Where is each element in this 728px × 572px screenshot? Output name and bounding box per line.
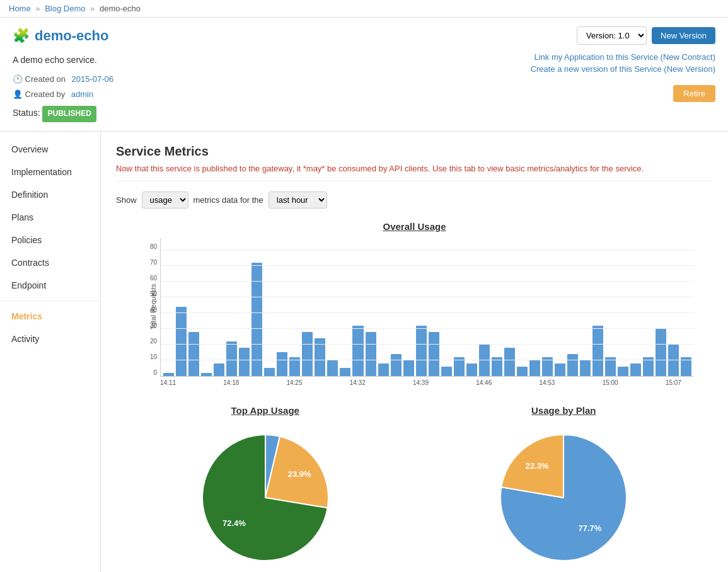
service-description: A demo echo service.: [13, 52, 113, 68]
version-select[interactable]: Version: 1.0: [577, 26, 647, 45]
bar: [327, 360, 338, 376]
top-app-chart: Top App Usage 23.9%72.4% app-3app-2app-1: [131, 405, 400, 572]
created-by: 👤 Created by admin: [13, 87, 113, 101]
content-area: Service Metrics Now that this service is…: [101, 132, 728, 572]
sidebar-item-plans[interactable]: Plans: [0, 206, 100, 229]
status-label: Status:: [13, 108, 42, 118]
x-label: 14:32: [350, 379, 366, 386]
x-label: 15:07: [666, 379, 681, 386]
bar: [618, 367, 628, 376]
bar: [466, 363, 477, 376]
puzzle-icon: 🧩: [13, 28, 30, 44]
bar: [479, 345, 490, 376]
bar: [429, 332, 439, 376]
bar: [592, 326, 603, 376]
bar: [567, 354, 578, 376]
x-label: 15:00: [603, 379, 618, 386]
bar: [441, 367, 452, 376]
sidebar-item-implementation[interactable]: Implementation: [0, 161, 100, 183]
bar: [580, 360, 591, 376]
bar: [352, 326, 363, 376]
bar: [226, 341, 237, 376]
bar: [340, 368, 350, 376]
time-range-select[interactable]: last hour last day last week: [269, 192, 327, 209]
metrics-for-label: metrics data for the: [194, 195, 263, 205]
service-title: 🧩 demo-echo: [13, 28, 108, 44]
bar: [529, 360, 540, 376]
retire-button[interactable]: Retire: [673, 85, 715, 102]
header-actions: Version: 1.0 New Version: [577, 26, 715, 45]
create-new-version-link[interactable]: Create a new version of this Service (Ne…: [531, 64, 715, 74]
usage-by-plan-title: Usage by Plan: [429, 405, 698, 416]
x-label: 14:46: [476, 379, 492, 386]
service-name: demo-echo: [35, 28, 108, 44]
breadcrumb-blog-demo[interactable]: Blog Demo: [45, 4, 85, 13]
svg-text:23.9%: 23.9%: [287, 469, 311, 479]
sidebar-item-definition[interactable]: Definition: [0, 183, 100, 206]
sidebar-item-activity[interactable]: Activity: [0, 328, 100, 350]
bar-chart: Total Requests 01020304050607080: [160, 238, 694, 377]
top-app-pie: 23.9%72.4%: [190, 422, 341, 572]
bar: [668, 345, 679, 376]
bar: [555, 363, 565, 376]
bar: [416, 326, 427, 376]
bar: [264, 368, 275, 376]
bar: [188, 332, 199, 376]
new-version-button[interactable]: New Version: [652, 27, 715, 44]
sidebar-item-endpoint[interactable]: Endpoint: [0, 274, 100, 297]
bar: [391, 354, 402, 376]
x-label: 14:11: [160, 379, 176, 386]
breadcrumb: Home » Blog Demo » demo-echo: [0, 0, 728, 18]
bar: [378, 363, 389, 376]
sidebar-item-metrics[interactable]: Metrics: [0, 305, 100, 328]
metrics-description: Now that this service is published to th…: [116, 164, 713, 181]
bar: [302, 332, 313, 376]
bar: [163, 373, 174, 376]
sidebar-item-overview[interactable]: Overview: [0, 138, 100, 161]
bar: [630, 363, 641, 376]
bar: [656, 329, 666, 376]
bar: [176, 307, 187, 376]
bar: [201, 373, 212, 376]
bar: [517, 367, 528, 376]
x-axis-labels: 14:1114:1814:2514:3214:3914:4614:5315:00…: [160, 379, 681, 386]
x-label: 14:25: [286, 379, 302, 386]
sidebar: Overview Implementation Definition Plans…: [0, 132, 101, 572]
pie-charts-row: Top App Usage 23.9%72.4% app-3app-2app-1…: [116, 405, 713, 572]
usage-by-plan-pie: 77.7%22.3%: [488, 422, 639, 572]
page-title: Service Metrics: [116, 144, 713, 159]
overall-usage-title: Overall Usage: [116, 221, 713, 232]
header-links: Link my Application to this Service (New…: [531, 52, 715, 122]
header-section: 🧩 demo-echo Version: 1.0 New Version A d…: [0, 18, 728, 132]
x-label: 14:18: [223, 379, 239, 386]
svg-text:22.3%: 22.3%: [526, 460, 549, 470]
x-label: 14:39: [413, 379, 429, 386]
bar: [403, 360, 414, 376]
created-date: 🕐 Created on 2015-07-06: [13, 72, 113, 86]
created-date-link[interactable]: 2015-07-06: [72, 74, 114, 84]
x-label: 14:53: [539, 379, 555, 386]
usage-by-plan-chart: Usage by Plan 77.7%22.3% GoldSilver: [429, 405, 698, 572]
svg-text:72.4%: 72.4%: [222, 518, 246, 528]
admin-link[interactable]: admin: [71, 89, 93, 99]
bar: [504, 348, 515, 376]
svg-text:77.7%: 77.7%: [579, 523, 602, 533]
status-badge: PUBLISHED: [42, 106, 96, 122]
bar: [277, 352, 287, 376]
breadcrumb-current: demo-echo: [100, 4, 141, 13]
metric-type-select[interactable]: usage errors: [142, 192, 188, 209]
breadcrumb-home[interactable]: Home: [9, 4, 31, 13]
bar: [239, 348, 250, 376]
bar: [214, 363, 224, 376]
sidebar-item-policies[interactable]: Policies: [0, 229, 100, 251]
link-application-link[interactable]: Link my Application to this Service (New…: [531, 52, 715, 62]
bar: [366, 332, 376, 376]
bar: [251, 263, 262, 376]
top-app-title: Top App Usage: [131, 405, 400, 416]
show-label: Show: [116, 195, 137, 205]
main-layout: Overview Implementation Definition Plans…: [0, 132, 728, 572]
sidebar-item-contracts[interactable]: Contracts: [0, 251, 100, 274]
filter-row: Show usage errors metrics data for the l…: [116, 192, 713, 209]
overall-usage-chart: Overall Usage Total Requests 01020304050…: [116, 221, 713, 386]
